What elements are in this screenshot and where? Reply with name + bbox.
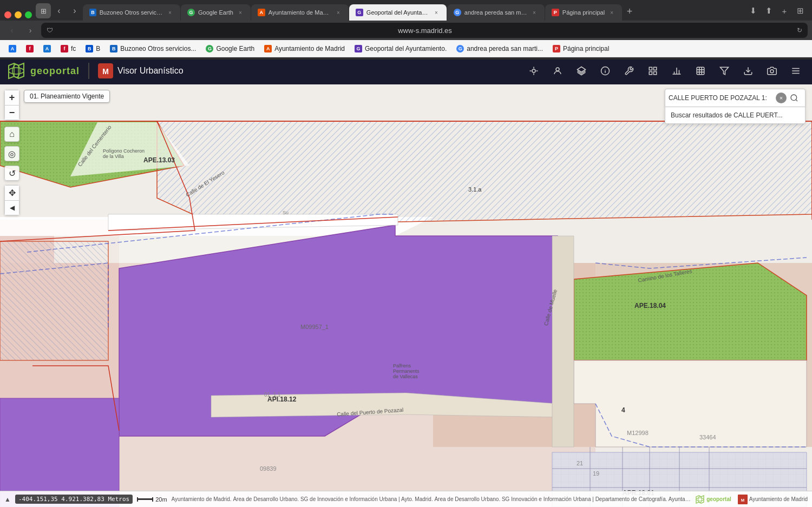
tab-andrea[interactable]: G andrea pereda san marti... × — [447, 4, 545, 21]
home-button[interactable]: ⌂ — [4, 127, 19, 142]
svg-marker-60 — [721, 67, 729, 75]
tab-favicon-pagina: P — [552, 9, 559, 16]
address-bar[interactable]: 🛡 www-s.madrid.es ↻ — [41, 23, 808, 38]
bookmark-item-pagina[interactable]: P Página principal — [548, 42, 613, 55]
maximize-window-button[interactable] — [25, 11, 32, 18]
shield-icon: 🛡 — [47, 27, 53, 34]
scale-indicator: 20m — [137, 496, 167, 503]
search-clear-button[interactable]: × — [776, 93, 787, 103]
chart-icon — [672, 66, 682, 76]
svg-rect-47 — [649, 67, 652, 70]
addr-forward-button[interactable]: › — [23, 23, 38, 38]
geoportal-label: geoportal — [30, 65, 80, 77]
location-button[interactable] — [524, 61, 543, 81]
bookmark-item-andrea[interactable]: G andrea pereda san marti... — [452, 42, 547, 55]
grid-view-button[interactable]: ⊞ — [793, 3, 808, 18]
search-go-button[interactable] — [787, 90, 802, 106]
tab-close-geoportal[interactable]: × — [433, 9, 440, 16]
svg-text:M: M — [102, 67, 109, 76]
tab-pagina[interactable]: P Página principal × — [545, 4, 622, 21]
tab-buzoneo[interactable]: B Buzoneo Otros servicios... × — [83, 4, 180, 21]
download-button[interactable] — [738, 61, 758, 81]
tab-close-google-earth[interactable]: × — [237, 9, 244, 16]
upload-button[interactable]: ⬆ — [761, 3, 776, 18]
bookmarks-bar: A f A f fc B B B Buzoneo Otros servicios… — [0, 40, 812, 57]
bookmark-item-fc[interactable]: f fc — [56, 42, 80, 55]
bookmark-item-b[interactable]: B B — [81, 42, 104, 55]
close-window-button[interactable] — [4, 11, 11, 18]
new-tab-button[interactable]: + — [623, 4, 637, 18]
svg-point-66 — [791, 95, 797, 101]
bookmark-item-buzoneo[interactable]: B Buzoneo Otros servicios... — [106, 42, 200, 55]
camera-button[interactable] — [762, 61, 782, 81]
tab-close-ayuntamiento[interactable]: × — [335, 9, 342, 16]
tab-favicon-andrea: G — [454, 9, 461, 16]
sidebar-toggle-button[interactable]: ⊞ — [36, 3, 51, 18]
person-icon — [553, 66, 562, 76]
bookmark-item-a[interactable]: A — [39, 42, 55, 55]
back-button[interactable]: ‹ — [51, 3, 67, 18]
map-container: geoportal M Visor Urbanístico — [0, 57, 812, 507]
tools-button[interactable] — [619, 61, 639, 81]
pan-button[interactable]: ✥ — [4, 185, 19, 200]
layer-badge[interactable]: 01. Planeamiento Vigente — [24, 90, 110, 103]
tab-label-ayuntamiento: Ayuntamiento de Madrid — [269, 9, 331, 16]
tab-geoportal[interactable]: G Geoportal del Ayuntamiento... × — [349, 4, 447, 21]
bookmark-favicon-ayto: A — [264, 45, 272, 52]
svg-marker-16 — [574, 360, 807, 447]
bookmark-item-earth[interactable]: G Google Earth — [201, 42, 259, 55]
bookmark-favicon-fc: f — [61, 45, 68, 52]
svg-point-33 — [12, 64, 20, 77]
madrid-small-icon: M — [738, 495, 748, 504]
previous-extent-button[interactable]: ◀ — [4, 200, 19, 215]
tab-close-pagina[interactable]: × — [608, 9, 615, 16]
search-result-text: Buscar resultados de CALLE PUERT... — [671, 111, 783, 119]
bookmark-item-1[interactable]: A — [4, 42, 21, 55]
tab-label-google-earth: Google Earth — [198, 9, 233, 16]
download-manager-button[interactable]: ⬇ — [745, 3, 761, 18]
tab-label-geoportal: Geoportal del Ayuntamiento... — [366, 9, 429, 16]
addr-back-button[interactable]: ‹ — [4, 23, 19, 38]
tab-label-buzoneo: Buzoneo Otros servicios... — [100, 9, 163, 16]
layers-button[interactable] — [572, 61, 591, 81]
tab-label-pagina: Página principal — [562, 9, 605, 16]
info-icon — [600, 66, 610, 76]
chart-button[interactable] — [667, 61, 686, 81]
filter-button[interactable] — [715, 61, 734, 81]
menu-button[interactable] — [786, 61, 806, 81]
zoom-out-button[interactable]: − — [4, 105, 19, 120]
map-svg — [0, 57, 812, 507]
tab-close-buzoneo[interactable]: × — [166, 9, 174, 16]
search-input[interactable] — [669, 94, 776, 102]
status-bar: ▲ -404.151,35 4.921.382,83 Metros 20m Ay… — [0, 491, 812, 507]
svg-rect-49 — [649, 72, 652, 75]
tab-favicon-google-earth: G — [187, 9, 195, 16]
search-dropdown: Buscar resultados de CALLE PUERT... — [665, 107, 806, 124]
tab-close-andrea[interactable]: × — [531, 9, 538, 16]
table-button[interactable] — [691, 61, 710, 81]
bookmark-item-2[interactable]: f — [22, 42, 38, 55]
zoom-in-button[interactable]: + — [4, 90, 19, 105]
minimize-window-button[interactable] — [15, 11, 22, 18]
tab-ayuntamiento[interactable]: A Ayuntamiento de Madrid × — [251, 4, 349, 21]
geoportal-logo-small: geoportal — [695, 495, 731, 504]
search-result-1[interactable]: Buscar resultados de CALLE PUERT... — [665, 107, 805, 123]
camera-icon — [767, 66, 777, 76]
search-icon — [790, 94, 798, 102]
bookmark-item-ayto[interactable]: A Ayuntamiento de Madrid — [260, 42, 349, 55]
person-button[interactable] — [548, 61, 567, 81]
coords-expand-button[interactable]: ▲ — [4, 496, 11, 503]
grid-button[interactable] — [643, 61, 663, 81]
svg-marker-23 — [552, 236, 574, 447]
bookmark-item-geoportal[interactable]: G Geoportal del Ayuntamiento. — [350, 42, 451, 55]
svg-marker-11 — [157, 121, 812, 225]
forward-button[interactable]: › — [67, 3, 82, 18]
reload-button[interactable]: ↻ — [797, 27, 802, 34]
rotate-button[interactable]: ↺ — [4, 166, 19, 181]
svg-rect-55 — [697, 67, 704, 75]
add-tab-button[interactable]: + — [777, 3, 792, 18]
compass-button[interactable]: ◎ — [4, 146, 19, 161]
tab-google-earth[interactable]: G Google Earth × — [181, 4, 251, 21]
info-button[interactable] — [595, 61, 615, 81]
svg-point-42 — [556, 68, 559, 71]
